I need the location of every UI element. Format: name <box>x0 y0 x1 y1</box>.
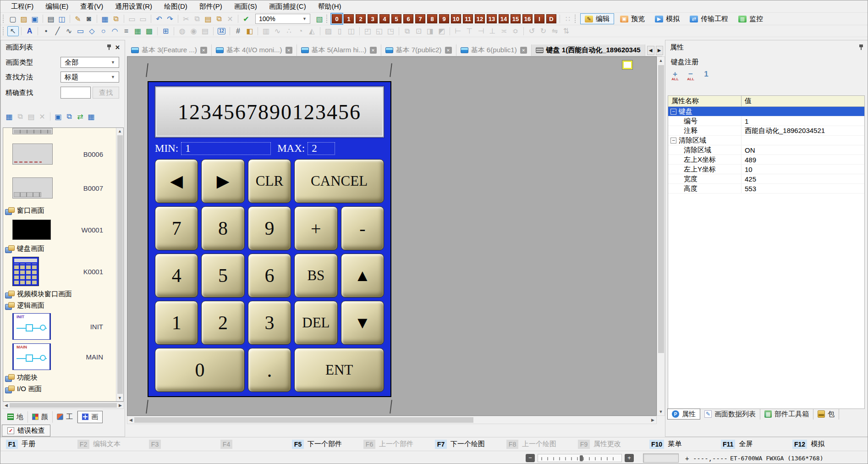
function-key-button[interactable]: F3 <box>149 440 220 449</box>
scroll-left-icon[interactable]: ◀ <box>5 403 8 408</box>
cut-icon[interactable]: ✂ <box>181 14 192 24</box>
menu-item[interactable]: 画面(S) <box>228 1 263 12</box>
scale-tool-icon[interactable]: ≡ <box>121 26 132 36</box>
property-value[interactable]: 553 <box>742 185 864 193</box>
delete-icon[interactable]: ✕ <box>225 14 236 24</box>
function-key-button[interactable]: F4 <box>220 440 292 449</box>
screen-number-button[interactable]: D <box>546 14 556 23</box>
expander-icon[interactable]: − <box>670 138 676 144</box>
polyline-tool-icon[interactable]: ∿ <box>63 26 75 36</box>
gauge-tool-icon[interactable]: ◔ <box>295 26 306 36</box>
screen-number-button[interactable]: 6 <box>403 14 413 23</box>
screen-number-button[interactable]: 16 <box>522 14 533 23</box>
property-value[interactable]: 1 <box>742 117 864 125</box>
screen-number-button[interactable]: 11 <box>463 14 473 23</box>
line-graph-tool-icon[interactable]: ∿ <box>272 26 283 36</box>
cascade-screens-icon[interactable]: ⧉ <box>64 111 75 122</box>
tab-base-6[interactable]: 基本 6(public1) ✕ <box>456 44 532 56</box>
expand-level-1-icon[interactable]: 1 <box>701 71 711 77</box>
property-row[interactable]: 高度 553 <box>668 184 864 193</box>
menu-item[interactable]: 查看(V) <box>74 1 109 12</box>
toolbar-grip[interactable] <box>326 15 329 23</box>
scatter-graph-tool-icon[interactable]: ∴ <box>283 26 295 36</box>
keypad-key[interactable]: 9 <box>248 206 291 250</box>
menu-item[interactable]: 帮助(H) <box>312 1 347 12</box>
screen-number-button[interactable]: 4 <box>379 14 390 23</box>
document-display-tool-icon[interactable]: ▯ <box>334 26 346 36</box>
window-size-tool-icon[interactable]: ◳ <box>385 26 396 36</box>
menu-item[interactable]: 通用设置(R) <box>109 1 158 12</box>
undo-icon[interactable]: ↶ <box>154 14 165 24</box>
menu-item[interactable]: 绘图(D) <box>158 1 193 12</box>
function-key-button[interactable]: F1 手册 <box>6 440 77 449</box>
screen-list-item[interactable]: 键盘画面 <box>3 243 116 254</box>
save-project-icon[interactable]: ▣ <box>29 14 40 24</box>
keypad-key[interactable]: 1 <box>155 301 198 345</box>
capture-icon[interactable]: ◙ <box>83 14 94 24</box>
tab-keyboard-1[interactable]: 键盘 1(西能自动化_189620345 ✕ <box>532 44 645 56</box>
dock-tab-parts[interactable]: 工 <box>53 411 77 423</box>
screen-list-item[interactable]: 功能块 <box>3 372 116 383</box>
bar-graph-tool-icon[interactable]: ▥ <box>260 26 272 36</box>
distribute-h-tool-icon[interactable]: ≍ <box>498 26 510 36</box>
tab-scroll-right-icon[interactable]: ▶ <box>656 46 663 55</box>
scrollbar-thumb[interactable] <box>658 65 664 353</box>
redo-icon[interactable]: ↷ <box>165 14 176 24</box>
next-window-icon[interactable]: ▭ <box>137 14 148 24</box>
menu-item[interactable]: 画面捕捉(C) <box>263 1 312 12</box>
screen-list-item[interactable]: B0007 <box>3 171 116 205</box>
screen-number-button[interactable]: 1 <box>344 14 354 23</box>
keypad-design-object[interactable]: 1234567890123456 MIN: 1 MAX: 2 ◀▶CLRCANC… <box>148 81 391 397</box>
mode-monitor-button[interactable]: ▥ 监控 <box>734 13 767 24</box>
ellipse-tool-icon[interactable]: ○ <box>98 26 109 36</box>
collapse-all-icon[interactable]: − ALL <box>686 71 696 81</box>
zoom-out-button[interactable]: − <box>526 454 535 462</box>
arc-tool-icon[interactable]: ◠ <box>109 26 121 36</box>
function-key-button[interactable]: F8 上一个绘图 <box>506 440 578 449</box>
new-screen-icon[interactable]: ▦ <box>99 14 110 24</box>
scroll-left-icon[interactable]: ◀ <box>129 418 132 422</box>
function-key-button[interactable]: F7 下一个绘图 <box>435 440 506 449</box>
screen-list-horizontal-scrollbar[interactable]: ◀ ▶ <box>3 402 124 409</box>
scroll-down-icon[interactable]: ▼ <box>118 395 122 401</box>
style-icon[interactable]: ✎ <box>72 14 83 24</box>
keypad-key[interactable]: 3 <box>248 301 291 345</box>
screen-list-item[interactable]: W0001 <box>3 216 116 243</box>
switch-tool-icon[interactable]: ◉ <box>188 26 199 36</box>
collapse-toolbar-icon[interactable]: ∷ <box>562 14 573 24</box>
scrollbar-thumb[interactable] <box>134 417 473 423</box>
screen-list-item[interactable]: INIT INIT <box>3 311 116 342</box>
new-project-icon[interactable]: ▢ <box>7 14 18 24</box>
zoom-slider[interactable] <box>538 454 622 462</box>
scrollbar-thumb[interactable] <box>117 135 123 394</box>
screen-number-button[interactable]: 12 <box>475 14 485 23</box>
property-row[interactable]: 注释 西能自动化_18962034521 <box>668 126 864 136</box>
design-canvas[interactable]: 1234567890123456 MIN: 1 MAX: 2 ◀▶CLRCANC… <box>127 56 657 416</box>
ungroup-tool-icon[interactable]: ⊡ <box>413 26 424 36</box>
screen-list-item[interactable]: I/O 画面 <box>3 383 116 395</box>
meter-tool-icon[interactable]: ◭ <box>306 26 318 36</box>
date-display-tool-icon[interactable]: 12 <box>216 26 227 36</box>
screen-number-button[interactable]: 15 <box>511 14 521 23</box>
screen-list-item[interactable]: 视频模块窗口画面 <box>3 288 116 300</box>
rect-tool-icon[interactable]: ▭ <box>75 26 86 36</box>
copy-screen-icon[interactable]: ⧉ <box>15 111 26 122</box>
property-row[interactable]: 编号 1 <box>668 116 864 126</box>
mode-simulate-button[interactable]: ▶ 模拟 <box>651 13 684 24</box>
keypad-key[interactable]: ▼ <box>341 301 384 345</box>
panel-tab-properties[interactable]: P 属性 <box>667 409 700 420</box>
property-row[interactable]: − 清除区域 <box>668 136 864 145</box>
close-tab-icon[interactable]: ✕ <box>445 47 452 54</box>
expand-all-icon[interactable]: + ALL <box>670 71 680 81</box>
distribute-v-tool-icon[interactable]: ≎ <box>510 26 521 36</box>
toolbar-grip[interactable] <box>3 15 5 23</box>
scroll-right-icon[interactable]: ▶ <box>651 418 654 422</box>
property-row[interactable]: 左上X坐标 489 <box>668 155 864 165</box>
keypad-key[interactable]: ENT <box>294 348 384 392</box>
tab-base-4[interactable]: 基本 4(I/O moni...) ✕ <box>212 44 297 56</box>
mode-preview-button[interactable]: ▣ 预览 <box>616 13 649 24</box>
toolbar-grip[interactable] <box>575 15 577 23</box>
keypad-key[interactable]: 4 <box>155 254 198 298</box>
property-value[interactable]: 10 <box>742 166 864 173</box>
max-value-field[interactable]: 2 <box>308 142 335 155</box>
